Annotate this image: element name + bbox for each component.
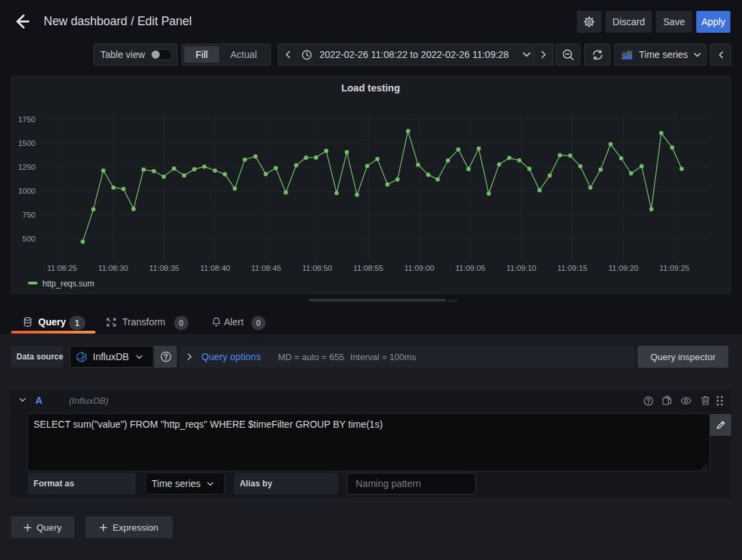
svg-text:500: 500 <box>23 235 35 243</box>
svg-text:11:08:35: 11:08:35 <box>149 264 180 272</box>
svg-text:11:09:10: 11:09:10 <box>506 264 537 272</box>
svg-text:1750: 1750 <box>18 115 35 123</box>
svg-text:11:09:15: 11:09:15 <box>558 264 588 272</box>
svg-text:1500: 1500 <box>18 139 35 147</box>
svg-text:11:08:45: 11:08:45 <box>251 264 281 272</box>
svg-text:1250: 1250 <box>18 163 35 171</box>
svg-text:11:09:20: 11:09:20 <box>608 264 638 272</box>
svg-text:11:08:30: 11:08:30 <box>98 264 128 272</box>
svg-text:1000: 1000 <box>18 187 35 195</box>
svg-text:11:08:40: 11:08:40 <box>200 264 230 272</box>
svg-text:750: 750 <box>23 211 35 219</box>
svg-text:http_reqs.sum: http_reqs.sum <box>42 279 94 289</box>
svg-text:Load testing: Load testing <box>341 83 400 93</box>
svg-text:11:09:00: 11:09:00 <box>404 264 434 272</box>
svg-text:11:08:25: 11:08:25 <box>47 264 77 272</box>
svg-text:11:08:50: 11:08:50 <box>302 264 332 272</box>
svg-text:11:09:25: 11:09:25 <box>659 264 689 272</box>
svg-text:11:09:05: 11:09:05 <box>455 264 485 272</box>
svg-text:11:08:55: 11:08:55 <box>354 264 384 272</box>
